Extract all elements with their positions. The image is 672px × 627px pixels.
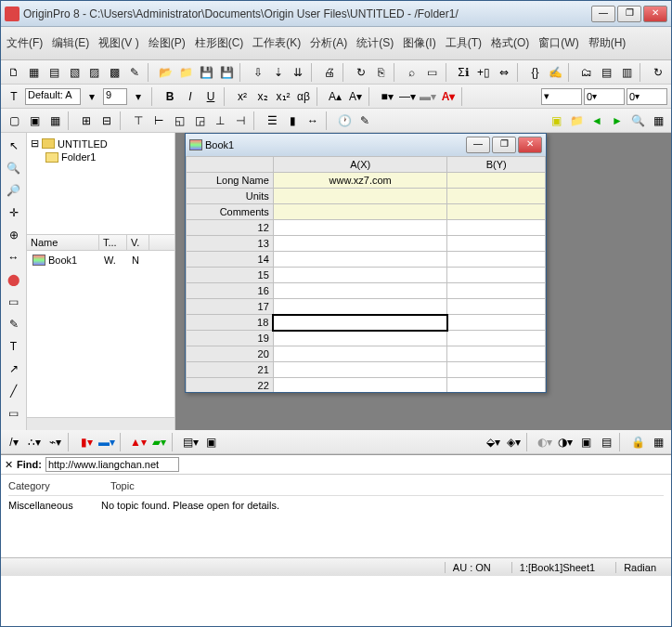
folder-nav-icon[interactable]: 📁 [567,111,586,130]
lock-icon[interactable]: 🔒 [628,433,647,451]
subscript-icon[interactable]: x₂ [253,87,272,106]
3d-plot-icon[interactable]: ⬙▾ [484,433,502,451]
add-left-icon[interactable]: ⊣ [231,111,250,130]
close-button[interactable]: ✕ [643,6,667,22]
hide-mask-icon[interactable]: ▣ [576,433,595,451]
bold-button[interactable]: B [161,87,179,106]
font-dropdown-icon[interactable]: ▾ [83,87,101,106]
menu-file[interactable]: 文件(F) [6,35,43,51]
cell-longname-b[interactable] [447,173,546,189]
layer2-icon[interactable]: ▣ [25,111,44,130]
pointer-tool-icon[interactable]: ↖ [5,137,23,155]
find-input[interactable] [45,457,179,472]
add-right-axis-icon[interactable]: ⊢ [149,111,168,130]
increase-font-icon[interactable]: A▴ [326,87,344,106]
menu-tools[interactable]: 工具(T) [446,35,482,51]
line-symbol-icon[interactable]: ⌁▾ [45,433,64,451]
stock-plot-icon[interactable]: ▤▾ [181,433,200,451]
open-template-icon[interactable]: 📁 [177,63,196,82]
layer1-icon[interactable]: ▢ [5,111,23,130]
legend-icon[interactable]: ☰ [263,111,281,130]
xy-scale-icon[interactable]: ↔ [304,111,322,130]
template-icon[interactable]: ▣ [201,433,220,451]
menu-statistics[interactable]: 统计(S) [356,35,394,51]
results-log-icon[interactable]: ▤ [598,63,616,82]
arrow-tool-icon[interactable]: ↗ [5,359,23,378]
book-close-button[interactable]: ✕ [518,137,542,153]
superscript-icon[interactable]: x² [233,87,252,106]
scatter-plot-icon[interactable]: ∴▾ [25,433,44,451]
add-inset2-icon[interactable]: ◲ [190,111,209,130]
data-selector-icon[interactable]: ↔ [5,248,23,267]
find-icon[interactable]: 🔍 [628,111,647,130]
colorscale-icon[interactable]: ▮ [283,111,302,130]
supersub-icon[interactable]: x₁² [274,87,292,106]
menu-help[interactable]: 帮助(H) [588,35,627,51]
font-combo[interactable]: Default: A [25,88,81,105]
font-color-icon[interactable]: ■▾ [378,87,396,106]
worksheet-grid[interactable]: A(X)B(Y) Long Namewww.xz7.com Units Comm… [186,156,546,392]
workbook-titlebar[interactable]: Book1 — ❐ ✕ [186,134,546,156]
add-inset-icon[interactable]: ◱ [170,111,188,130]
hdr-view[interactable]: V. [127,235,149,250]
tree-child[interactable]: Folder1 [31,150,171,163]
hdr-name[interactable]: Name [27,235,99,250]
refresh-icon[interactable]: ↻ [352,63,370,82]
results-hdr-topic[interactable]: Topic [110,480,135,491]
fill-color-icon[interactable]: ▬▾ [419,87,437,106]
row-longname[interactable]: Long Name [187,173,274,189]
data-reader-icon[interactable]: ⊕ [5,226,23,244]
font-size-input[interactable]: 9 [103,88,127,105]
import-wizard-icon[interactable]: ⇩ [249,63,267,82]
screen-reader-icon[interactable]: ✛ [5,203,23,222]
menu-worksheet[interactable]: 工作表(K) [252,35,301,51]
recalc-icon[interactable]: ▭ [423,63,442,82]
zoom-in-icon[interactable]: 🔍 [5,159,23,177]
menu-plot[interactable]: 绘图(P) [149,35,186,51]
book-minimize-button[interactable]: — [466,137,490,153]
book-maximize-button[interactable]: ❐ [492,137,516,153]
line-style-icon[interactable]: —▾ [398,87,417,106]
mask-icon[interactable]: ◐▾ [536,433,554,451]
new-layout-icon[interactable]: ▩ [106,63,124,82]
row-18-selected[interactable]: 18 [187,315,274,331]
prev-folder-icon[interactable]: ◄ [588,111,606,130]
duplicate-icon[interactable]: ⎘ [371,63,390,82]
greek-icon[interactable]: αβ [294,87,313,106]
print-icon[interactable]: 🖨 [320,63,339,82]
col-a-header[interactable]: A(X) [273,157,447,173]
pie-3d-icon[interactable]: ▰▾ [149,433,168,451]
combo-b[interactable]: 0▾ [627,88,667,105]
new-project-icon[interactable]: 🗋 [5,63,23,82]
extract-layers-icon[interactable]: ⊞ [77,111,96,130]
swap-mask-icon[interactable]: ▤ [597,433,615,451]
draw-data-icon[interactable]: ✎ [5,315,23,333]
menu-image[interactable]: 图像(I) [403,35,435,51]
menu-column[interactable]: 柱形图(C) [195,35,244,51]
unmask-icon[interactable]: ◑▾ [556,433,575,451]
script-window-icon[interactable]: ✍ [546,63,564,82]
save-template-icon[interactable]: 💾 [217,63,236,82]
hdr-type[interactable]: T... [99,235,127,250]
column-plot-icon[interactable]: ▬▾ [97,433,116,451]
add-bottom-icon[interactable]: ⊥ [211,111,229,130]
explorer-icon[interactable]: ▣ [547,111,565,130]
recompute-icon[interactable]: ↻ [649,63,667,82]
minimize-button[interactable]: — [591,6,615,22]
merge-graph-icon[interactable]: ⊟ [97,111,116,130]
new-graph-icon[interactable]: ▧ [65,63,84,82]
menu-edit[interactable]: 编辑(E) [52,35,89,51]
contour-icon[interactable]: ◈▾ [504,433,523,451]
menu-format[interactable]: 格式(O) [491,35,529,51]
mask-tool-icon[interactable]: ⬤ [5,270,23,289]
new-matrix-icon[interactable]: ▨ [85,63,104,82]
save-icon[interactable]: 💾 [198,63,216,82]
new-workbook-icon[interactable]: ▦ [25,63,44,82]
view-mode-icon[interactable]: ▦ [649,111,667,130]
line-plot-icon[interactable]: /▾ [5,433,23,451]
new-notes-icon[interactable]: ✎ [125,63,144,82]
explorer-hscroll[interactable] [27,417,174,430]
list-item-book1[interactable]: Book1 W. N [29,253,173,268]
code-builder-icon[interactable]: {} [526,63,545,82]
zoom-100-icon[interactable]: ⌕ [403,63,421,82]
